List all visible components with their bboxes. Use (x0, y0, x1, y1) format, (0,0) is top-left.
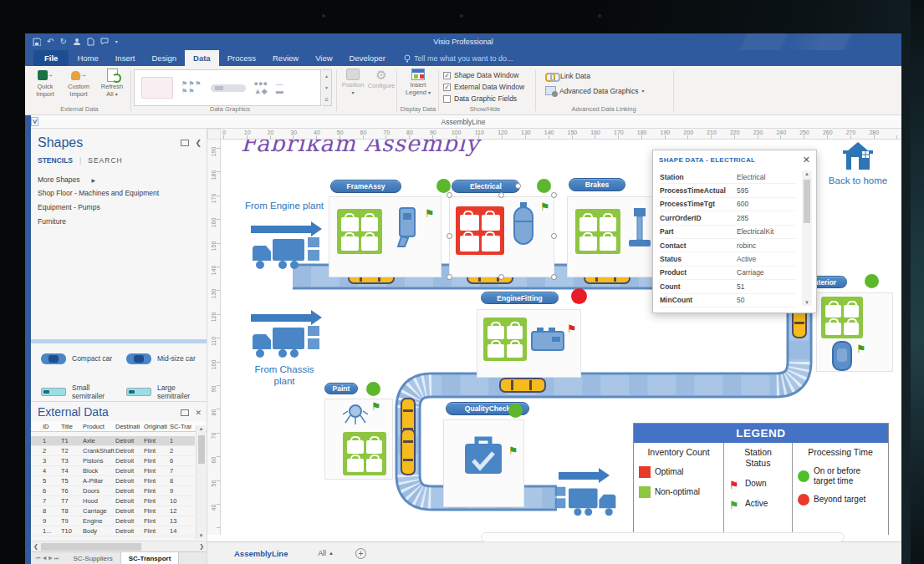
scroll-down-icon[interactable]: ▼ (197, 533, 206, 538)
shape-data-row[interactable]: ProcessTimeTgt 600 (660, 198, 796, 211)
paint-flag-icon[interactable]: ⚑ (371, 401, 381, 412)
collapse-panel-icon[interactable]: ❮ (195, 139, 202, 147)
external-data-row[interactable]: 7 T7 Hood Detroit Flint 10 (31, 496, 195, 506)
data-graphics-gallery[interactable]: ⚑⚑⚑⚑⚑ ●●●▲◆ —▬ (134, 69, 321, 106)
shape-data-row[interactable]: Part ElectricalKit (660, 226, 796, 239)
sheet-nav-buttons[interactable]: ⏮◀▶⏭ (31, 556, 66, 561)
page-filter-all[interactable]: All▲ (318, 549, 333, 557)
shape-data-row[interactable]: CurrOrderID 285 (660, 211, 796, 225)
from-engine-label[interactable]: From Engine plant (244, 200, 324, 211)
frameassy-machine-icon[interactable] (393, 206, 421, 250)
inventory-brakes[interactable] (575, 209, 620, 254)
column-header[interactable]: Originati (144, 423, 170, 430)
external-data-row[interactable]: 3 T3 Pistons Detroit Flint 6 (31, 456, 195, 466)
column-header[interactable]: Destinati (115, 423, 144, 430)
checkbox-row[interactable]: Shape Data Window (443, 69, 524, 81)
configure-button[interactable]: ⚙ Configure (366, 69, 396, 90)
paint-machine-icon[interactable] (343, 403, 368, 426)
qualitycheck-flag-icon[interactable]: ⚑ (508, 445, 518, 456)
data-graphic-style-bar[interactable] (211, 84, 246, 92)
column-header[interactable]: Title (61, 423, 83, 430)
shape-data-row[interactable]: Count 51 (660, 280, 796, 293)
scroll-down-icon[interactable]: ▼ (802, 300, 812, 305)
external-data-row[interactable]: 2 T2 CrankShaft Detroit Flint 2 (31, 446, 195, 456)
inventory-interior[interactable] (821, 297, 863, 338)
refresh-all-button[interactable]: Refresh All ▾ (97, 69, 127, 98)
external-data-hscrollbar[interactable]: ❮ ❯ (31, 541, 207, 551)
outbound-truck-icon[interactable] (552, 484, 619, 519)
data-graphic-style-shapes[interactable]: ●●●▲◆ (254, 80, 268, 95)
chassis-flow-arrow[interactable] (251, 314, 311, 322)
selection-handle[interactable] (498, 192, 504, 198)
checkbox-row[interactable]: Data Graphic Fields (443, 93, 524, 104)
insert-legend-button[interactable]: Insert Legend ▾ (401, 69, 435, 96)
conveyor-car[interactable] (401, 429, 416, 475)
shape-data-scrollbar[interactable]: ▲ ▼ (802, 170, 812, 306)
external-data-row[interactable]: 8 T8 Carriage Detroit Flint 12 (31, 506, 195, 516)
ribbon-tab[interactable]: Developer (341, 50, 394, 66)
add-page-icon[interactable]: + (355, 548, 366, 559)
tell-me-box[interactable]: Tell me what you want to do... (394, 50, 513, 66)
station-frameassy-label[interactable]: FrameAssy (330, 180, 401, 193)
external-data-row[interactable]: 6 T6 Doors Detroit Flint 9 (31, 486, 195, 496)
ribbon-tab[interactable]: Data (185, 50, 219, 66)
scroll-right-icon[interactable]: ❯ (199, 543, 204, 550)
selected-stencil-highlight[interactable] (31, 339, 207, 343)
stencil-entry[interactable]: Equipment - Pumps (31, 199, 207, 213)
stencil-shape[interactable]: Mid-size car (120, 348, 205, 369)
conveyor-car[interactable] (499, 378, 546, 393)
scroll-left-icon[interactable]: ❮ (33, 543, 38, 550)
external-data-vscrollbar[interactable]: ▲ ▼ (196, 425, 206, 539)
sheet-tab[interactable]: SC-Suppliers (66, 552, 120, 564)
checkbox[interactable] (443, 84, 451, 91)
back-to-home-button[interactable]: Back to home (816, 140, 900, 185)
selection-handle[interactable] (551, 192, 557, 198)
sheet-tab[interactable]: SC-Transport (120, 552, 180, 564)
shape-data-popup[interactable]: SHAPE DATA - ELECTRICAL ✕ Station Electr… (652, 150, 817, 313)
inventory-electrical[interactable] (456, 206, 504, 255)
status-dot-qualitycheck[interactable] (508, 404, 523, 418)
column-header[interactable]: SC-Transp (170, 423, 191, 430)
station-brakes-label[interactable]: Brakes (569, 178, 625, 191)
ribbon-tab[interactable]: Home (69, 50, 106, 66)
dock-panel-icon[interactable] (181, 409, 189, 416)
enginefitting-flag-icon[interactable]: ⚑ (567, 323, 577, 334)
ribbon-tab[interactable]: View (307, 50, 340, 66)
electrical-flag-icon[interactable]: ⚑ (540, 201, 550, 212)
chassis-truck-icon[interactable] (249, 323, 323, 361)
scroll-up-icon[interactable]: ▲ (197, 426, 206, 431)
interior-car-icon[interactable] (831, 340, 853, 372)
external-data-row[interactable]: 1... T10 Body Detroit Flint 14 (31, 526, 195, 536)
engine-flow-arrow[interactable] (251, 226, 311, 233)
page-tab-assemblyline[interactable]: AssemblyLine (234, 549, 288, 558)
external-data-row[interactable]: 9 T9 Engine Detroit Flint 13 (31, 516, 195, 526)
interior-flag-icon[interactable]: ⚑ (856, 343, 866, 354)
more-shapes[interactable]: More Shapes▶ (31, 165, 207, 185)
selection-handle[interactable] (498, 274, 504, 280)
stencil-entry[interactable]: Shop Floor - Machines and Equipment (31, 185, 207, 199)
advanced-data-graphics-button[interactable]: Advanced Data Graphics ▾ (545, 86, 645, 95)
stencil-shape[interactable]: Small semitrailer (34, 381, 120, 401)
shape-data-row[interactable]: ProcessTimeActual 595 (660, 184, 796, 197)
data-graphic-style-blank[interactable] (141, 77, 173, 99)
tab-search[interactable]: SEARCH (88, 156, 122, 165)
status-dot-enginefitting[interactable] (571, 288, 587, 304)
engine-truck-icon[interactable] (249, 234, 323, 272)
status-dot-paint[interactable] (366, 382, 380, 396)
checkbox-row[interactable]: External Data Window (443, 81, 524, 93)
outbound-arrow[interactable] (559, 472, 599, 480)
from-chassis-label[interactable]: From Chassis plant (244, 363, 324, 388)
drawing-canvas[interactable]: Fabrikam Assembly From Engine plant (221, 140, 901, 535)
electrical-machine-icon[interactable] (508, 201, 539, 250)
external-data-row[interactable]: 5 T5 A-Pillar Detroit Flint 8 (31, 476, 195, 486)
status-dot-frameassy[interactable] (436, 179, 451, 193)
close-panel-icon[interactable]: ✕ (195, 409, 202, 417)
data-graphic-style-lines[interactable]: —▬ (276, 81, 283, 94)
selection-handle[interactable] (447, 192, 452, 198)
legend-shape[interactable]: LEGEND Inventory Count Optimal Non-optim… (633, 423, 889, 535)
selection-handle[interactable] (447, 274, 452, 280)
stencil-shape[interactable]: Compact car (34, 348, 120, 369)
shape-data-row[interactable]: Station Electrical (660, 170, 796, 184)
ribbon-tab[interactable]: File (33, 50, 69, 66)
canvas-hscrollbar[interactable] (481, 532, 845, 542)
